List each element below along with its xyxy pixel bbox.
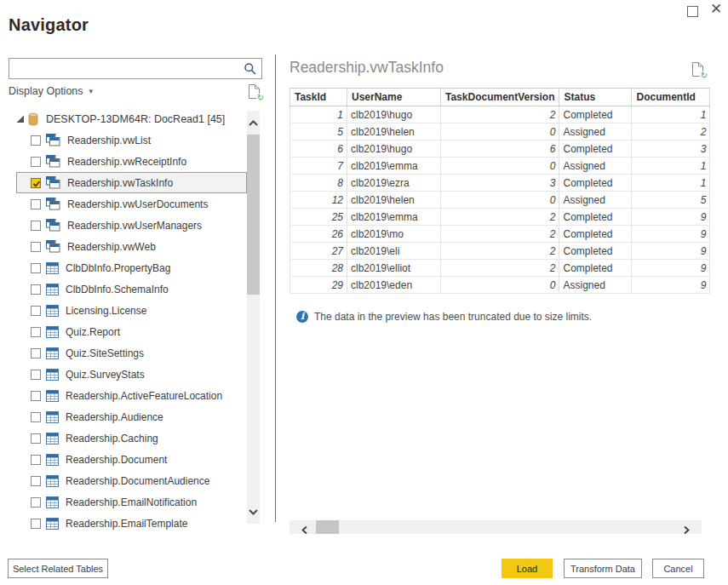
table-cell: clb2019\elliot — [347, 260, 441, 277]
tree-item-label: ClbDbInfo.SchemaInfo — [66, 284, 169, 295]
tree-item[interactable]: Licensing.License — [16, 300, 247, 321]
table-cell: clb2019\mo — [347, 226, 441, 243]
tree-item-label: Readership.DocumentAudience — [66, 475, 209, 487]
tree-root-label: DESKTOP-13DM64R: DocRead1 [45] — [46, 113, 225, 125]
column-header: UserName — [347, 89, 441, 106]
checkbox[interactable] — [31, 327, 41, 337]
expand-collapse-icon[interactable] — [16, 114, 25, 123]
checkbox[interactable] — [31, 391, 41, 401]
tree-item[interactable]: Readership.vwWeb — [16, 236, 247, 257]
tree-item[interactable]: Readership.DocumentAudience — [16, 470, 247, 491]
table-icon — [46, 284, 59, 295]
checkbox[interactable] — [31, 157, 41, 167]
maximize-icon[interactable] — [687, 6, 698, 17]
table-cell: 2 — [441, 209, 559, 226]
tree-item[interactable]: Quiz.Report — [16, 321, 247, 342]
refresh-icon[interactable]: ↻ — [248, 83, 262, 101]
table-cell: Completed — [559, 260, 632, 277]
table-cell: 6 — [441, 141, 559, 158]
checkbox[interactable] — [31, 221, 41, 231]
checkbox[interactable] — [31, 306, 41, 316]
table-cell: Completed — [559, 141, 632, 158]
checkbox[interactable] — [31, 242, 41, 252]
checkbox[interactable] — [31, 497, 41, 508]
scroll-down-icon[interactable] — [248, 504, 259, 519]
table-row: 5clb2019\helen0Assigned2 — [290, 123, 710, 141]
tree-root-database[interactable]: DESKTOP-13DM64R: DocRead1 [45] — [9, 108, 247, 129]
tree-item[interactable]: Quiz.SiteSettings — [16, 342, 247, 364]
vertical-scrollbar[interactable] — [247, 111, 260, 524]
scroll-up-icon[interactable] — [248, 115, 259, 130]
tree-item[interactable]: ClbDbInfo.PropertyBag — [16, 257, 247, 278]
checkbox[interactable] — [31, 135, 41, 146]
tree-item[interactable]: Readership.EmailTemplate — [16, 513, 247, 534]
table-cell: 0 — [441, 123, 559, 141]
tree-item-label: ClbDbInfo.PropertyBag — [66, 262, 170, 274]
preview-title: Readership.vwTaskInfo — [289, 59, 444, 77]
tree-item[interactable]: Readership.vwUserManagers — [16, 215, 247, 236]
checkbox[interactable] — [31, 199, 41, 209]
load-button[interactable]: Load — [502, 559, 553, 578]
table-cell: 2 — [441, 260, 559, 277]
checkbox[interactable] — [31, 519, 41, 529]
checkbox[interactable] — [31, 348, 41, 358]
truncation-info: i The data in the preview has been trunc… — [296, 311, 592, 323]
transform-data-button[interactable]: Transform Data — [564, 559, 642, 578]
table-icon — [46, 305, 59, 317]
tree-item[interactable]: Readership.vwList — [16, 129, 247, 151]
select-related-tables-button[interactable]: Select Related Tables — [8, 559, 108, 578]
checkbox-checked[interactable] — [31, 178, 41, 188]
table-cell: 0 — [441, 277, 559, 294]
tree-item-label: Quiz.Report — [66, 326, 120, 338]
scroll-right-icon[interactable] — [683, 523, 691, 538]
table-icon — [46, 518, 59, 530]
tree-item[interactable]: Readership.ActiveFeatureLocation — [16, 385, 247, 406]
horizontal-scrollbar-thumb[interactable] — [316, 520, 339, 534]
view-icon — [46, 198, 60, 210]
table-cell: 9 — [632, 260, 710, 277]
tree-item[interactable]: Readership.Document — [16, 449, 247, 470]
tree-item[interactable]: Readership.Caching — [16, 427, 247, 449]
tree-item[interactable]: Readership.vwReceiptInfo — [16, 151, 247, 172]
table-cell: Assigned — [559, 277, 632, 294]
checkbox[interactable] — [31, 284, 41, 295]
table-icon — [46, 433, 59, 444]
vertical-scrollbar-thumb[interactable] — [247, 135, 260, 295]
tree-item[interactable]: Quiz.SurveyStats — [16, 364, 247, 385]
tree-item[interactable]: Readership.Audience — [16, 406, 247, 427]
tree-item[interactable]: Readership.vwUserDocuments — [16, 193, 247, 215]
table-cell: 6 — [290, 141, 347, 158]
search-input[interactable] — [9, 59, 244, 78]
table-cell: 0 — [441, 158, 559, 175]
view-icon — [46, 134, 60, 146]
checkbox[interactable] — [31, 433, 41, 444]
table-row: 1clb2019\hugo2Completed1 — [290, 106, 710, 123]
table-row: 29clb2019\eden0Assigned9 — [290, 277, 710, 294]
table-row: 27clb2019\eli2Completed9 — [290, 243, 710, 260]
tree-item[interactable]: Readership.EmailNotification — [16, 491, 247, 513]
table-cell: 1 — [632, 158, 710, 175]
checkbox[interactable] — [31, 263, 41, 273]
checkbox[interactable] — [31, 412, 41, 422]
display-options-label: Display Options — [9, 85, 83, 97]
tree-item[interactable]: ClbDbInfo.SchemaInfo — [16, 278, 247, 300]
close-icon[interactable]: ✕ — [708, 0, 725, 19]
preview-refresh-icon[interactable]: ↻ — [691, 61, 706, 79]
search-icon[interactable] — [244, 62, 257, 79]
table-cell: clb2019\helen — [347, 192, 441, 209]
cancel-button[interactable]: Cancel — [652, 559, 704, 578]
view-icon — [46, 219, 60, 232]
checkbox[interactable] — [31, 476, 41, 486]
display-options-dropdown[interactable]: Display Options▾ — [9, 85, 93, 97]
table-cell: Completed — [559, 243, 632, 260]
tree-item-label: Readership.vwUserManagers — [67, 220, 202, 232]
tree-item[interactable]: Readership.vwTaskInfo — [16, 172, 247, 193]
table-cell: 2 — [632, 123, 710, 141]
scroll-left-icon[interactable] — [301, 523, 308, 538]
checkbox[interactable] — [31, 455, 41, 465]
table-cell: 9 — [632, 226, 710, 243]
checkbox[interactable] — [31, 370, 41, 380]
table-row: 25clb2019\emma2Completed9 — [290, 209, 710, 226]
horizontal-scrollbar[interactable] — [289, 520, 702, 534]
chevron-down-icon: ▾ — [89, 87, 94, 95]
